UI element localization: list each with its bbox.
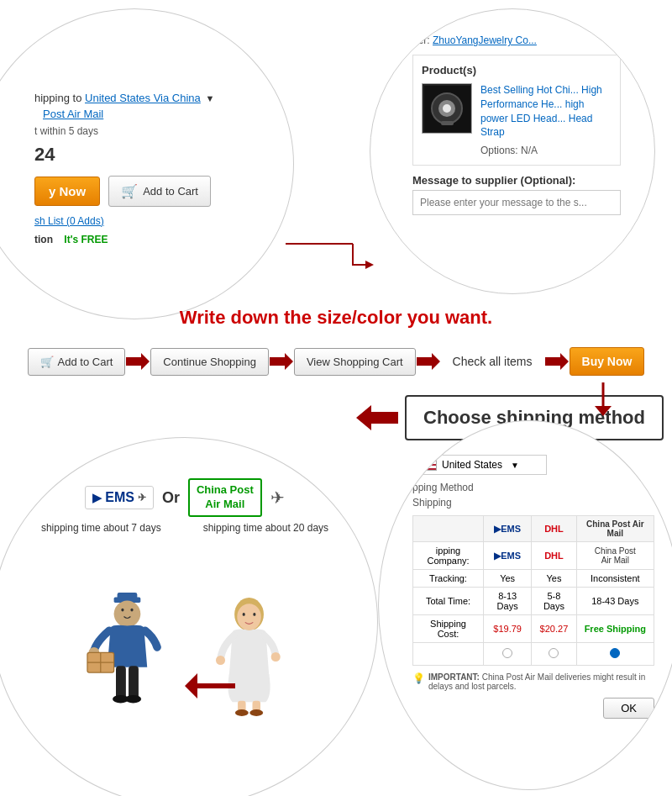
seller-name-link[interactable]: ZhuoYangJewelry Co... (433, 34, 537, 46)
flow-add-to-cart-button[interactable]: 🛒 Add to Cart (28, 348, 126, 376)
seller-label: ner: (412, 34, 430, 46)
radio-china-btn[interactable] (610, 648, 620, 658)
message-label: Message to supplier (Optional): (412, 174, 621, 187)
svg-marker-9 (545, 353, 569, 370)
radio-label-cell (413, 643, 484, 666)
plane-icon: ✈ (270, 488, 285, 508)
write-down-text: Write down the size/color you want. (0, 307, 672, 329)
svg-marker-6 (126, 353, 150, 370)
or-text: Or (162, 489, 180, 507)
message-input[interactable] (412, 190, 621, 215)
wish-list-row: sh List (0 Adds) (34, 215, 243, 227)
svg-point-36 (235, 709, 249, 716)
shipping-times: shipping time about 7 days shipping time… (41, 522, 328, 534)
product-info: Best Selling Hot Chi... High Performance… (480, 83, 612, 156)
flow-arrow-1 (125, 353, 150, 370)
cart-icon-flow: 🛒 (40, 356, 54, 368)
flow-item-buy-now: Buy Now (570, 347, 645, 376)
flow-item-view-cart: View Shopping Cart (294, 348, 416, 376)
china-post-shipping-time: shipping time about 20 days (203, 522, 328, 534)
dropdown-icon[interactable]: ▼ (205, 93, 214, 103)
add-to-cart-top-button[interactable]: 🛒 Add to Cart (108, 176, 211, 207)
product-item: Best Selling Hot Chi... High Performance… (422, 83, 612, 156)
seller-row: ner: ZhuoYangJewelry Co... (412, 34, 621, 46)
svg-rect-23 (116, 666, 126, 699)
price-text: 24 (34, 144, 243, 166)
product-section: Product(s) Best Selling Hot Chi... High … (412, 55, 621, 166)
total-time-label: Total Time: (413, 588, 484, 615)
flow-item-check: Check all items (441, 348, 544, 375)
wish-list-link[interactable]: sh List (0 Adds) (34, 215, 104, 227)
table-row-company: ipping Company: ▶EMS DHL China PostAir M… (413, 542, 654, 570)
tracking-dhl: Yes (532, 570, 576, 588)
radio-ems-btn[interactable] (502, 648, 512, 658)
svg-marker-27 (185, 673, 235, 698)
svg-marker-8 (417, 353, 440, 370)
flow-arrow-2 (269, 353, 294, 370)
bottom-right-circle: United States ▼ pping Method Shipping ▶E… (378, 420, 672, 790)
table-row-total-time: Total Time: 8-13 Days 5-8 Days 18-43 Day… (413, 588, 654, 615)
connector-arrow (286, 219, 386, 269)
product-image-svg (424, 86, 470, 132)
col-empty (413, 516, 484, 542)
us-flag-row: United States ▼ (412, 455, 547, 475)
svg-point-37 (249, 709, 263, 716)
ems-shipping-time: shipping time about 7 days (41, 522, 161, 534)
inner-bottom-arrow (185, 673, 235, 701)
woman-svg (213, 572, 286, 732)
radio-ems[interactable] (484, 643, 532, 666)
flow-arrow-4 (544, 353, 570, 370)
svg-rect-4 (441, 121, 454, 125)
products-header: Product(s) (422, 64, 612, 76)
post-air-mail-link[interactable]: Post Air Mail (43, 108, 243, 120)
ok-button[interactable]: OK (603, 698, 654, 719)
col-china-post: China Post Air Mail (576, 516, 654, 542)
svg-marker-5 (365, 261, 374, 269)
svg-point-3 (443, 104, 451, 113)
ems-logo-icon: ▶EMS (494, 524, 521, 534)
dhl-logo-icon: DHL (544, 524, 564, 534)
flow-view-cart-button[interactable]: View Shopping Cart (294, 348, 416, 376)
tracking-ems: Yes (484, 570, 532, 588)
svg-point-26 (125, 695, 141, 704)
radio-dhl[interactable] (532, 643, 576, 666)
china-post-box: China Post Air Mail (188, 478, 262, 517)
svg-point-30 (243, 613, 245, 616)
bottom-left-circle: ▶ EMS ✈ Or China Post Air Mail ✈ shippin… (0, 437, 378, 796)
shipping-options-row: ▶ EMS ✈ Or China Post Air Mail ✈ (85, 478, 285, 517)
left-circle: hipping to United States Via China ▼ Pos… (0, 8, 294, 319)
china-post-line1: China Post (197, 483, 254, 498)
china-post-line2: Air Mail (197, 498, 254, 512)
delivery-text: t within 5 days (34, 125, 243, 137)
col-ems: ▶EMS (484, 516, 532, 542)
svg-rect-15 (118, 593, 138, 601)
flow-continue-shopping-button[interactable]: Continue Shopping (150, 348, 269, 376)
country-text: United States (442, 459, 502, 471)
product-name: Best Selling Hot Chi... High Performance… (480, 83, 612, 140)
ems-text: EMS (105, 490, 134, 505)
flow-buy-now-button[interactable]: Buy Now (570, 347, 645, 376)
svg-point-29 (237, 604, 260, 630)
svg-point-18 (130, 609, 133, 612)
svg-point-31 (253, 613, 255, 616)
shipping-country-link[interactable]: United States Via China (85, 92, 201, 104)
time-dhl: 5-8 Days (532, 588, 576, 615)
tracking-china: Inconsistent (576, 570, 654, 588)
protection-row: tion It's FREE (34, 234, 243, 245)
options-value: N/A (521, 145, 538, 156)
shipping-method-label: pping Method (412, 482, 654, 493)
flow-bar: 🛒 Add to Cart Continue Shopping View Sho… (0, 336, 672, 387)
us-flag (420, 459, 437, 471)
buy-now-button[interactable]: y Now (34, 177, 100, 206)
company-label: ipping Company: (413, 542, 484, 570)
svg-point-16 (116, 600, 139, 625)
dropdown-icon-country[interactable]: ▼ (511, 461, 519, 470)
shipping-label2: Shipping (412, 497, 654, 509)
cost-dhl: $20.27 (532, 615, 576, 643)
bulb-icon: 💡 (412, 672, 425, 691)
radio-china[interactable] (576, 643, 654, 666)
flow-arrow-3 (416, 353, 441, 370)
radio-dhl-btn[interactable] (549, 648, 559, 658)
protection-value: It's FREE (64, 234, 108, 245)
ok-row: OK (412, 698, 654, 719)
